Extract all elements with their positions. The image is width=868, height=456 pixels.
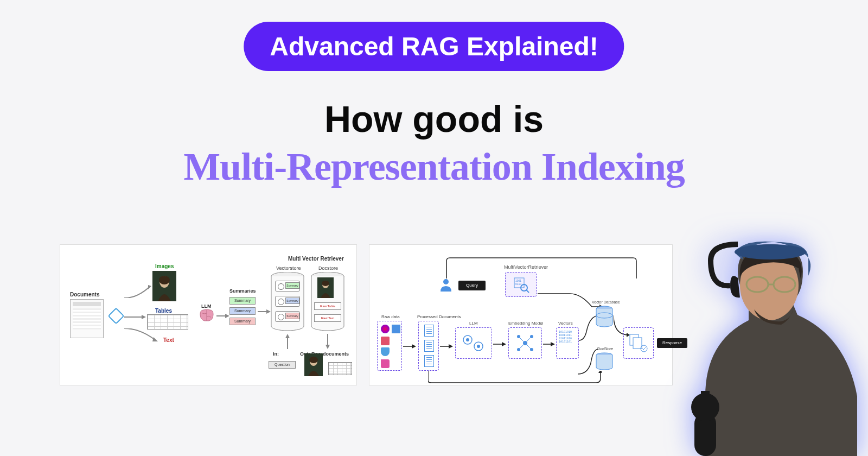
- vectorstore-label: Vectorstore: [276, 265, 301, 271]
- docstore-raw-text: Raw Text: [314, 314, 341, 322]
- arrow-summaries-icon: [258, 309, 271, 314]
- docstore-raw-table: Raw Table: [314, 302, 341, 310]
- arrow-to-text-icon: [124, 328, 158, 341]
- processed-doc-icon: [424, 325, 434, 337]
- text-label: Text: [163, 337, 174, 343]
- svg-point-7: [322, 281, 329, 286]
- diagram-pipeline: Query MultiVectorRetriever 10010110 Raw …: [369, 244, 673, 385]
- docstore-label: Docstore: [318, 265, 338, 271]
- tables-label: Tables: [155, 308, 172, 314]
- vector-db-label: Vector Database: [592, 300, 620, 304]
- vectors-box: 10101010 10011011 01011010 10101101: [556, 327, 579, 359]
- title-badge: Advanced RAG Explained!: [244, 22, 624, 71]
- arrow-to-images-icon: [124, 285, 151, 298]
- svg-line-27: [525, 337, 532, 343]
- headline-line-1: How good is: [0, 98, 868, 140]
- vector-database-icon: [595, 306, 614, 328]
- response-docs-icon: [628, 332, 649, 354]
- svg-line-28: [519, 343, 525, 350]
- svg-line-16: [526, 290, 529, 293]
- summary-tag-3: Summary: [229, 318, 256, 325]
- processed-doc-icon: [424, 340, 434, 352]
- folder-icon: [381, 359, 390, 368]
- book-icon: [381, 337, 390, 345]
- mvr-box: 10010110: [505, 272, 537, 297]
- summary-tag-1: Summary: [229, 297, 256, 305]
- vectorstore-item-2: Summary: [275, 296, 300, 307]
- arrow-out-icon: [325, 334, 330, 349]
- question-tag: Question: [269, 361, 296, 369]
- headline-block: How good is Multi-Representation Indexin…: [0, 98, 868, 189]
- brain-icon: [199, 309, 214, 322]
- diagram-row: Documents Images Tables Text LLM Summari…: [60, 244, 673, 385]
- globe-icon: [381, 325, 390, 333]
- vectorstore-item-1: Summary: [275, 281, 300, 292]
- processed-label: Processed Documents: [417, 314, 461, 319]
- vectors-label: Vectors: [558, 321, 573, 326]
- svg-line-26: [519, 337, 525, 343]
- presenter-avatar: [673, 233, 868, 456]
- svg-point-11: [443, 279, 449, 284]
- flow-proc-docstore-icon: [428, 371, 602, 384]
- svg-point-18: [466, 338, 469, 341]
- output-table-icon: [328, 362, 352, 375]
- svg-point-37: [735, 244, 806, 259]
- arrow-proc-llm-icon: [440, 344, 453, 349]
- table-icon: [147, 314, 188, 330]
- mona-lisa-icon: [152, 271, 176, 301]
- arrow-llm-emb-icon: [493, 341, 506, 347]
- processed-box: [418, 321, 439, 371]
- splitter-icon: [107, 307, 124, 324]
- arrow-llm-icon: [216, 313, 229, 319]
- docstore-database-icon: [595, 352, 614, 371]
- documents-icon: [70, 299, 104, 338]
- summary-tag-2: Summary: [229, 307, 256, 315]
- svg-rect-43: [701, 391, 710, 413]
- svg-line-29: [525, 343, 532, 350]
- documents-label: Documents: [70, 292, 99, 297]
- processed-doc-icon: [424, 355, 434, 367]
- svg-point-2: [159, 276, 170, 284]
- diagram-multi-vector-retriever: Documents Images Tables Text LLM Summari…: [60, 244, 357, 385]
- flow-mvr-vdb-icon: [538, 283, 603, 310]
- user-icon: [439, 277, 453, 292]
- docstore-image-icon: [317, 277, 334, 298]
- raw-data-label: Raw data: [381, 314, 400, 319]
- svg-text:0110: 0110: [515, 282, 521, 286]
- arrow-raw-proc-icon: [403, 344, 416, 349]
- embedding-box: [508, 327, 542, 359]
- arrow-in-icon: [285, 334, 290, 349]
- svg-point-20: [477, 345, 480, 348]
- embedding-label: Embedding Model: [508, 321, 543, 326]
- llm-gears-icon: [460, 332, 487, 354]
- llm-label-2: LLM: [469, 321, 478, 326]
- query-tag: Query: [458, 281, 486, 290]
- svg-point-10: [309, 357, 318, 363]
- headline-line-2: Multi-Representation Indexing: [0, 144, 868, 189]
- database-small-icon: [381, 347, 390, 356]
- vectorstore-item-3: Summary: [275, 311, 300, 322]
- llm-label: LLM: [201, 303, 212, 309]
- raw-data-box: [377, 321, 402, 371]
- svg-rect-34: [633, 338, 642, 349]
- output-image-icon: [304, 353, 323, 376]
- mvr-title: Multi Vector Retriever: [288, 256, 344, 262]
- in-label: In:: [273, 351, 279, 357]
- docstore-label-2: DocStore: [597, 347, 613, 351]
- binary-search-icon: 10010110: [513, 277, 529, 293]
- mvr-label: MultiVectorRetriever: [504, 264, 548, 270]
- summaries-label: Summaries: [229, 288, 256, 294]
- images-label: Images: [155, 263, 174, 269]
- arrow-to-tables-icon: [124, 314, 146, 320]
- arrow-emb-vec-icon: [543, 341, 555, 347]
- network-icon: [514, 332, 536, 354]
- response-box: [623, 327, 654, 359]
- llm-box: [455, 327, 492, 359]
- doc-icon: [392, 325, 400, 333]
